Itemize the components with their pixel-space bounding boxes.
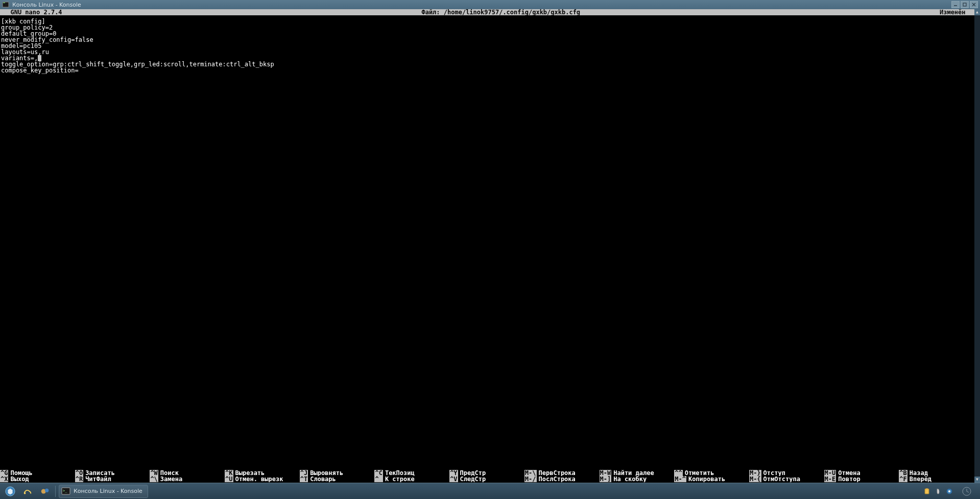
quick-launch-2[interactable] [38, 485, 52, 498]
shortcut-key: ^J [300, 470, 308, 476]
nano-shortcut: M-^Копировать [674, 476, 749, 482]
nano-shortcuts: ^GПомощь^OЗаписать^WПоиск^KВырезать^JВыр… [0, 470, 980, 483]
shortcut-label: Записать [85, 470, 115, 476]
shortcut-label: Вперёд [910, 476, 931, 482]
shortcut-key: ^U [225, 476, 233, 482]
tray-clipboard-icon[interactable] [923, 487, 931, 495]
nano-shortcut: M-}Отступ [749, 470, 824, 476]
nano-shortcut: ^JВыровнять [300, 470, 375, 476]
shortcut-label: ТекПозиц [385, 470, 415, 476]
shortcut-key: ^W [150, 470, 158, 476]
svg-point-9 [45, 488, 49, 492]
nano-shortcut: ^CТекПозиц [374, 470, 449, 476]
scroll-track[interactable] [974, 15, 980, 477]
nano-shortcut: M-WНайти далее [600, 470, 675, 476]
nano-shortcut: ^GПомощь [0, 470, 75, 476]
nano-shortcut: M-\ПервСтрока [524, 470, 600, 476]
shortcut-label: Назад [910, 470, 928, 476]
shortcut-key: ^X [0, 476, 8, 482]
editor-line: default_group=0 [1, 31, 980, 37]
nano-shortcut: ^RЧитФайл [75, 476, 150, 482]
nano-shortcut: M-{ОтмОтступа [749, 476, 824, 482]
nano-file-path: Файл: /home/linok9757/.config/gxkb/gxkb.… [62, 9, 940, 15]
shortcut-key: ^F [899, 476, 907, 482]
nano-shortcut: M-/ПослСтрока [524, 476, 600, 482]
nano-shortcut: ^YПредСтр [449, 470, 524, 476]
shortcut-label: Вырезать [235, 470, 265, 476]
shortcut-key: M-E [824, 476, 836, 482]
editor-line: model=pc105 [1, 43, 980, 49]
tray-device-icon[interactable] [945, 487, 953, 495]
editor-line: layouts=us,ru [1, 49, 980, 55]
editor-line: compose_key_position= [1, 67, 980, 73]
terminal[interactable]: GNU nano 2.7.4 Файл: /home/linok9757/.co… [0, 9, 980, 483]
shortcut-label: СледСтр [460, 476, 486, 482]
nano-shortcut: ^WПоиск [150, 470, 225, 476]
window-titlebar: Консоль Linux - Konsole [0, 0, 980, 9]
shortcut-label: Повтор [838, 476, 860, 482]
shortcut-key: ^T [300, 476, 308, 482]
shortcut-label: Выровнять [310, 470, 343, 476]
editor-line: [xkb config] [1, 18, 980, 24]
window-buttons [951, 1, 978, 8]
shortcut-key: M-} [749, 470, 761, 476]
svg-line-18 [967, 491, 969, 492]
shortcut-key: ^\ [150, 476, 158, 482]
svg-rect-1 [3, 3, 5, 3]
shortcut-key: M-] [600, 476, 612, 482]
shortcut-label: ПредСтр [460, 470, 486, 476]
tray-clock[interactable] [957, 486, 977, 496]
system-tray [923, 486, 977, 496]
nano-editor-body[interactable]: [xkb config]group_policy=2default_group=… [0, 15, 980, 470]
shortcut-key: ^O [75, 470, 83, 476]
taskbar: >_ Консоль Linux - Konsole [0, 483, 980, 499]
shortcut-key: M-^ [674, 476, 686, 482]
shortcut-label: Поиск [160, 470, 179, 476]
shortcut-key: ^G [0, 470, 8, 476]
shortcut-label: На скобку [613, 476, 647, 482]
shortcut-key: ^R [75, 476, 83, 482]
nano-shortcut: ^VСледСтр [449, 476, 524, 482]
nano-shortcut: M-EПовтор [824, 476, 899, 482]
nano-shortcut: ^\Замена [150, 476, 225, 482]
taskbar-task-label: Консоль Linux - Konsole [74, 488, 142, 494]
editor-line: toggle_option=grp:ctrl_shift_toggle,grp_… [1, 61, 980, 67]
shortcut-key: M-W [600, 470, 612, 476]
scroll-up-icon[interactable]: ▲ [974, 9, 980, 15]
shortcut-label: ОтмОтступа [763, 476, 800, 482]
shortcut-label: ПервСтрока [539, 470, 576, 476]
shortcut-key: ^^ [674, 470, 682, 476]
nano-shortcut: ^XВыход [0, 476, 75, 482]
close-button[interactable] [970, 1, 978, 8]
shortcut-label: Найти далее [613, 470, 654, 476]
shortcut-label: Выход [10, 476, 29, 482]
shortcut-label: Помощь [10, 470, 32, 476]
svg-point-15 [948, 490, 950, 492]
shortcut-key: ^Y [449, 470, 458, 476]
taskbar-separator [55, 486, 56, 497]
shortcut-label: Отметить [685, 470, 714, 476]
konsole-icon: >_ [61, 487, 70, 496]
window-title: Консоль Linux - Konsole [12, 2, 951, 8]
shortcut-label: К строке [385, 476, 415, 482]
app-icon [2, 1, 9, 8]
tray-mouse-icon[interactable] [934, 487, 942, 495]
nano-shortcut: ^OЗаписать [75, 470, 150, 476]
scroll-down-icon[interactable]: ▼ [974, 477, 980, 483]
start-menu-button[interactable] [3, 485, 17, 498]
shortcut-key: M-{ [749, 476, 761, 482]
terminal-scrollbar[interactable]: ▲ ▼ [974, 9, 980, 483]
maximize-button[interactable] [961, 1, 969, 8]
quick-launch-1[interactable] [20, 485, 35, 498]
taskbar-task-konsole[interactable]: >_ Консоль Linux - Konsole [59, 485, 148, 498]
nano-shortcut: ^KВырезать [225, 470, 300, 476]
shortcut-key: ^C [374, 470, 383, 476]
nano-shortcut: ^BНазад [899, 470, 974, 476]
shortcut-key: ^K [225, 470, 233, 476]
minimize-button[interactable] [951, 1, 960, 8]
nano-shortcut: ^_К строке [374, 476, 449, 482]
nano-shortcut: ^TСловарь [300, 476, 375, 482]
nano-shortcut: M-]На скобку [600, 476, 675, 482]
shortcut-key: M-U [824, 470, 836, 476]
shortcut-key: M-/ [524, 476, 537, 482]
